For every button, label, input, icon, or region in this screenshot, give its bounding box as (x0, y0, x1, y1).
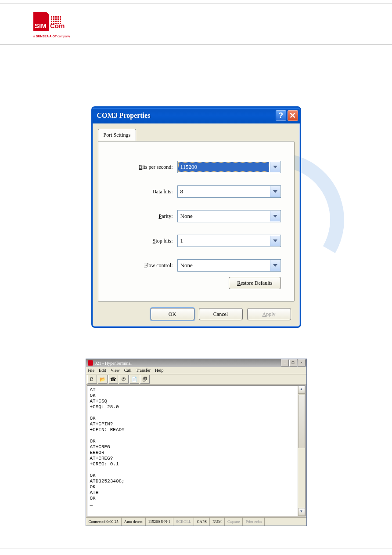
terminal-text: AT OK AT+CSQ +CSQ: 28.0 OK AT+CPIN? +CPI… (87, 386, 305, 508)
status-capture: Capture (225, 518, 243, 526)
open-icon[interactable]: 📂 (98, 375, 108, 384)
help-button[interactable]: ? (276, 110, 286, 121)
flow-control-label: Flow control: (111, 262, 177, 269)
maximize-button[interactable]: □ (289, 359, 297, 366)
menu-edit[interactable]: Edit (99, 367, 106, 374)
hyperterminal-title: 021 - HyperTerminal (95, 361, 281, 366)
parity-select[interactable]: None (177, 210, 281, 222)
ok-button[interactable]: OK (151, 308, 194, 320)
restore-defaults-button[interactable]: Restore Defaults (229, 277, 281, 289)
page-footer (0, 548, 392, 555)
cancel-button[interactable]: Cancel (199, 308, 243, 320)
menu-view[interactable]: View (111, 367, 120, 374)
port-settings-panel: Bits per second: 115200 Data bits: 8 (98, 141, 295, 302)
logo-subtitle: a SUNSEA AIOT company (33, 35, 392, 38)
bits-per-second-select[interactable]: 115200 (177, 161, 281, 173)
terminal-output[interactable]: AT OK AT+CSQ +CSQ: 28.0 OK AT+CPIN? +CPI… (87, 385, 306, 516)
chevron-down-icon (270, 236, 280, 246)
tab-port-settings[interactable]: Port Settings (98, 129, 137, 141)
flow-control-select[interactable]: None (177, 259, 281, 272)
parity-label: Parity: (111, 213, 177, 220)
close-button[interactable]: ✕ (288, 110, 298, 121)
scroll-up-icon[interactable]: ▲ (298, 386, 305, 394)
menu-help[interactable]: Help (155, 367, 163, 374)
status-num: NUM (210, 518, 225, 526)
scrollbar[interactable]: ▲ ▼ (298, 386, 305, 516)
chevron-down-icon (270, 260, 280, 271)
hyperterminal-titlebar: 021 - HyperTerminal _ □ × (86, 359, 306, 367)
app-icon (88, 360, 93, 366)
status-echo: Print echo (243, 518, 265, 526)
status-baud: 115200 8-N-1 (146, 518, 173, 526)
chevron-down-icon (270, 211, 280, 221)
data-bits-label: Data bits: (111, 189, 177, 195)
scroll-down-icon[interactable]: ▼ (298, 508, 305, 516)
page-header: SIM Com a SUNSEA AIOT company (0, 4, 392, 44)
dialog-title: COM3 Properties (97, 112, 274, 120)
com3-properties-dialog: COM3 Properties ? ✕ Port Settings Bits p… (91, 106, 301, 328)
menu-call[interactable]: Call (124, 367, 132, 374)
new-icon[interactable]: 🗋 (87, 375, 97, 384)
status-bar: Connected 0:00:25 Auto detect 115200 8-N… (86, 517, 306, 526)
status-scroll: SCROLL (173, 518, 194, 526)
stop-bits-select[interactable]: 1 (177, 235, 281, 247)
menu-transfer[interactable]: Transfer (136, 367, 151, 374)
disconnect-icon[interactable]: ✆ (119, 375, 129, 384)
minimize-button[interactable]: _ (281, 359, 289, 366)
status-connected: Connected 0:00:25 (86, 518, 122, 526)
connect-icon[interactable]: ☎ (108, 375, 118, 384)
apply-button[interactable]: Apply (247, 308, 291, 320)
status-caps: CAPS (194, 518, 210, 526)
scroll-thumb[interactable] (298, 395, 305, 448)
close-button[interactable]: × (298, 359, 306, 366)
send-icon[interactable]: 📄 (129, 375, 139, 384)
simcom-logo: SIM Com (33, 12, 68, 34)
data-bits-select[interactable]: 8 (177, 185, 281, 198)
bits-per-second-label: Bits per second: (111, 164, 177, 170)
hyperterminal-toolbar: 🗋 📂 ☎ ✆ 📄 🗐 (86, 374, 306, 385)
hyperterminal-window: 021 - HyperTerminal _ □ × File Edit View… (86, 359, 307, 526)
status-auto-detect: Auto detect (122, 518, 146, 526)
properties-icon[interactable]: 🗐 (140, 375, 150, 384)
menu-file[interactable]: File (88, 367, 95, 374)
chevron-down-icon (270, 186, 280, 197)
hyperterminal-menu: File Edit View Call Transfer Help (86, 367, 306, 374)
chevron-down-icon (270, 162, 280, 172)
stop-bits-label: Stop bits: (111, 238, 177, 244)
dialog-titlebar: COM3 Properties ? ✕ (93, 108, 300, 123)
